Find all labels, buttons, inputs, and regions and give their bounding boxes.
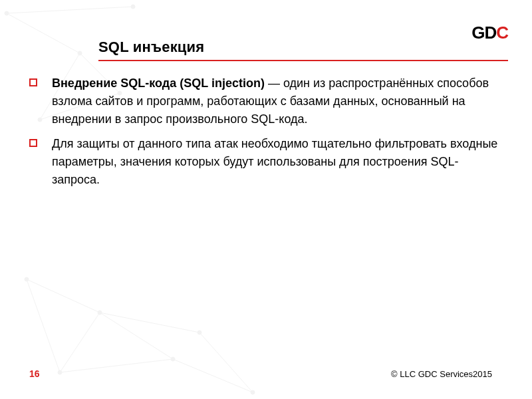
bullet-square-icon — [29, 78, 37, 86]
svg-line-11 — [60, 313, 100, 372]
svg-point-22 — [251, 390, 255, 394]
svg-line-4 — [7, 7, 133, 13]
svg-line-16 — [200, 332, 253, 392]
svg-line-0 — [7, 13, 80, 53]
svg-line-14 — [60, 359, 173, 372]
svg-line-17 — [100, 313, 200, 332]
bullet-item: Для защиты от данного типа атак необходи… — [29, 135, 503, 189]
bullet-square-icon — [29, 139, 37, 147]
svg-point-18 — [25, 277, 29, 281]
bullet-text: Для защиты от данного типа атак необходи… — [52, 137, 497, 186]
svg-point-5 — [5, 11, 9, 15]
svg-point-23 — [198, 331, 201, 334]
svg-line-15 — [173, 359, 253, 392]
svg-point-19 — [98, 311, 102, 315]
slide-title: SQL инъекция — [98, 39, 508, 56]
svg-line-12 — [27, 279, 60, 372]
bullet-list: Внедрение SQL-кода (SQL injection) — оди… — [29, 74, 503, 189]
svg-point-6 — [78, 51, 82, 55]
bullet-bold: Внедрение SQL-кода (SQL injection) — [52, 76, 265, 90]
copyright: © LLC GDC Services2015 — [391, 369, 492, 379]
svg-line-13 — [100, 313, 173, 359]
svg-point-20 — [58, 370, 62, 374]
svg-point-9 — [131, 5, 135, 9]
svg-point-21 — [171, 357, 175, 361]
page-number: 16 — [29, 368, 40, 379]
title-bar: SQL инъекция — [98, 39, 508, 61]
svg-line-10 — [27, 279, 100, 313]
bullet-item: Внедрение SQL-кода (SQL injection) — оди… — [29, 74, 503, 128]
slide-content: Внедрение SQL-кода (SQL injection) — оди… — [29, 74, 503, 196]
